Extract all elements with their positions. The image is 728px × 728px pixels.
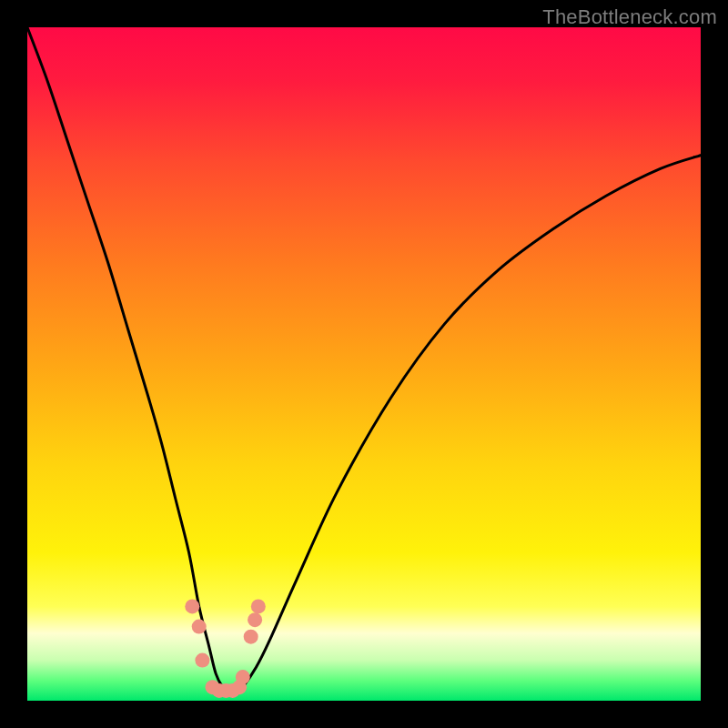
marker-dot — [195, 653, 209, 668]
plot-area — [27, 27, 701, 701]
marker-dot — [192, 620, 207, 634]
marker-dot — [248, 612, 262, 627]
watermark-text: TheBottleneck.com — [542, 5, 717, 29]
marker-dot — [251, 599, 266, 613]
marker-dot — [244, 630, 258, 644]
curve-markers — [185, 599, 266, 698]
marker-dot — [236, 670, 250, 684]
marker-dot — [185, 599, 199, 613]
outer-frame: TheBottleneck.com — [0, 0, 728, 728]
bottleneck-curve — [27, 27, 701, 695]
curve-layer — [27, 27, 701, 701]
